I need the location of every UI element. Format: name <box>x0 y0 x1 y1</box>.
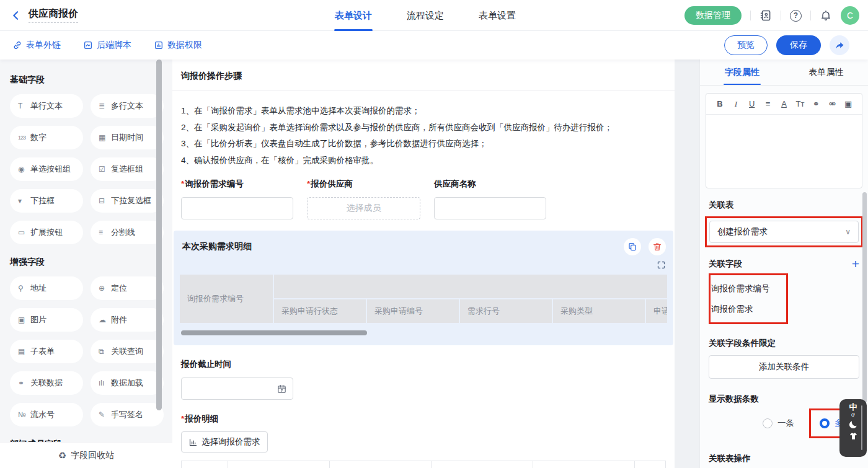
step-line: 3、在「比价分析表」仪表盘自动生成了比价数据，参考比价数据进行供应商选择； <box>181 136 666 152</box>
page-title: 供应商报价 <box>29 7 78 23</box>
share-button[interactable] <box>830 35 849 55</box>
field-item-divider-line[interactable]: ≡分割线 <box>91 221 164 244</box>
field-item-extend-button[interactable]: ▭扩展按钮 <box>10 221 83 244</box>
quote-detail-table: 询报价需求编号 采购申请编号 需求行号 产品编号 产品名称 <box>181 461 666 468</box>
linked-field-item[interactable]: 询报价需求 <box>711 299 786 319</box>
copy-icon <box>627 242 637 252</box>
underline-icon[interactable]: U <box>744 99 760 108</box>
field-item-label: 关联数据 <box>30 377 63 389</box>
demand-number-input[interactable] <box>181 197 293 219</box>
form-external-link[interactable]: 表单外链 <box>12 40 61 51</box>
tab-form-properties[interactable]: 表单属性 <box>784 60 868 85</box>
select-inquiry-demand-button[interactable]: 选择询报价需求 <box>181 431 268 453</box>
section-title-basic-fields: 基础字段 <box>10 74 164 86</box>
divider <box>781 11 781 20</box>
preview-button[interactable]: 预览 <box>724 35 768 55</box>
panel-scrollbar[interactable] <box>862 192 867 403</box>
linked-query-icon: ⧉ <box>99 347 111 356</box>
back-icon[interactable] <box>10 9 22 22</box>
form-canvas: 询报价操作步骤 1、在「询报价需求」表单从需求池中选择本次要询报价的需求； 2、… <box>172 60 675 468</box>
multi-line-text-icon: ≣ <box>99 102 111 110</box>
image-icon[interactable]: ▣ <box>840 99 856 108</box>
font-size-icon[interactable]: Tᴛ <box>792 99 808 108</box>
subtable-first-column: 询报价需求编号 <box>180 275 273 323</box>
field-item-linked-data[interactable]: ⚭关联数据 <box>10 371 83 395</box>
linked-table-select[interactable]: 创建报价需求 ∨ <box>709 221 859 243</box>
field-item-checkbox-group[interactable]: ☑复选框组 <box>91 157 164 181</box>
unlink-icon[interactable]: ⚮ <box>824 99 840 108</box>
field-recycle-bin[interactable]: ♻ 字段回收站 <box>0 442 172 468</box>
bold-icon[interactable]: B <box>712 99 728 108</box>
subtable-header: 需求行号 <box>460 299 552 323</box>
field-row: *询报价需求编号 *报价供应商 选择成员 供应商名称 <box>181 179 666 219</box>
floating-extension-widget[interactable]: 中 ơ <box>839 399 867 457</box>
font-color-icon[interactable]: A <box>776 99 792 108</box>
translate-icon[interactable]: 中 <box>849 402 857 412</box>
field-item-radio-group[interactable]: ◉单选按钮组 <box>10 157 83 181</box>
calendar-icon <box>277 384 287 394</box>
divider <box>810 11 811 20</box>
backend-script-link[interactable]: 后端脚本 <box>83 40 131 51</box>
field-item-label: 单行文本 <box>30 100 63 112</box>
steps-title: 询报价操作步骤 <box>181 71 666 82</box>
field-item-datetime[interactable]: ▦日期时间 <box>91 126 164 149</box>
field-item-linked-query[interactable]: ⧉关联查询 <box>91 340 164 363</box>
tab-form-design[interactable]: 表单设计 <box>335 0 372 31</box>
add-linked-field-button[interactable]: + <box>852 258 859 270</box>
field-item-attachment[interactable]: ☁附件 <box>91 308 164 332</box>
field-item-position[interactable]: ⊕定位 <box>91 276 164 300</box>
radio-unselected-icon[interactable] <box>763 418 773 428</box>
data-manage-button[interactable]: 数据管理 <box>684 6 742 25</box>
pen-icon: ✎ <box>99 410 111 419</box>
deadline-date-input[interactable] <box>181 377 293 400</box>
add-condition-button[interactable]: 添加关联条件 <box>709 355 859 379</box>
field-item-label: 分割线 <box>111 227 135 238</box>
help-icon[interactable]: ? <box>790 10 802 22</box>
delete-button[interactable] <box>649 238 666 255</box>
toolbar-right: 预览 保存 <box>724 35 849 55</box>
field-item-image[interactable]: ▣图片 <box>10 308 83 332</box>
field-item-dropdown[interactable]: ▾下拉框 <box>10 189 83 213</box>
italic-icon[interactable]: I <box>728 99 744 109</box>
linked-table-value: 创建报价需求 <box>717 226 768 237</box>
field-label: *报价明细 <box>181 413 666 425</box>
field-item-serial-number[interactable]: №流水号 <box>10 403 83 426</box>
field-item-multi-line-text[interactable]: ≣多行文本 <box>91 94 164 118</box>
align-icon[interactable]: ≡ <box>760 99 776 108</box>
data-permission-link[interactable]: 数据权限 <box>154 40 202 51</box>
rte-content-area[interactable] <box>706 115 862 188</box>
save-button[interactable]: 保存 <box>776 35 821 55</box>
radio-option-one[interactable]: 一条 <box>763 418 794 429</box>
contacts-icon[interactable] <box>760 9 772 22</box>
tab-flow-setting[interactable]: 流程设定 <box>407 0 444 31</box>
bell-icon[interactable] <box>820 9 832 22</box>
field-item-label: 数据加载 <box>111 377 143 389</box>
sidebar-scrollbar[interactable] <box>156 60 162 410</box>
tab-form-setting[interactable]: 表单设置 <box>479 0 516 31</box>
radio-selected-icon[interactable] <box>820 418 830 428</box>
field-item-subform[interactable]: ▤子表单 <box>10 340 83 363</box>
subform-icon: ▤ <box>18 347 30 356</box>
linked-field-item[interactable]: 询报价需求编号 <box>711 278 786 299</box>
expand-icon[interactable] <box>657 260 666 270</box>
field-item-dropdown-multi[interactable]: ⊟下拉复选框 <box>91 189 164 213</box>
field-item-label: 流水号 <box>30 409 55 420</box>
supplier-name-input[interactable] <box>434 197 546 219</box>
link-icon[interactable]: ⚭ <box>808 99 824 108</box>
copy-button[interactable] <box>624 238 641 255</box>
field-item-data-load[interactable]: ılı数据加载 <box>91 371 164 395</box>
field-item-signature[interactable]: ✎手写签名 <box>91 403 164 426</box>
required-mark: * <box>181 414 184 423</box>
field-supplier-name: 供应商名称 <box>434 179 546 219</box>
theme-shirt-icon[interactable] <box>849 431 858 441</box>
select-member-box[interactable]: 选择成员 <box>307 197 420 219</box>
field-item-number[interactable]: 123数字 <box>10 126 83 149</box>
dark-mode-moon-icon[interactable] <box>848 420 858 430</box>
tab-field-properties[interactable]: 字段属性 <box>700 60 784 85</box>
field-item-single-line-text[interactable]: T单行文本 <box>10 94 83 118</box>
avatar[interactable]: C <box>841 6 859 25</box>
subtable-horizontal-scrollbar[interactable] <box>181 330 367 335</box>
field-item-address[interactable]: ⚲地址 <box>10 276 83 300</box>
location-pin-icon: ⚲ <box>18 284 30 293</box>
field-item-label: 复选框组 <box>111 164 143 175</box>
